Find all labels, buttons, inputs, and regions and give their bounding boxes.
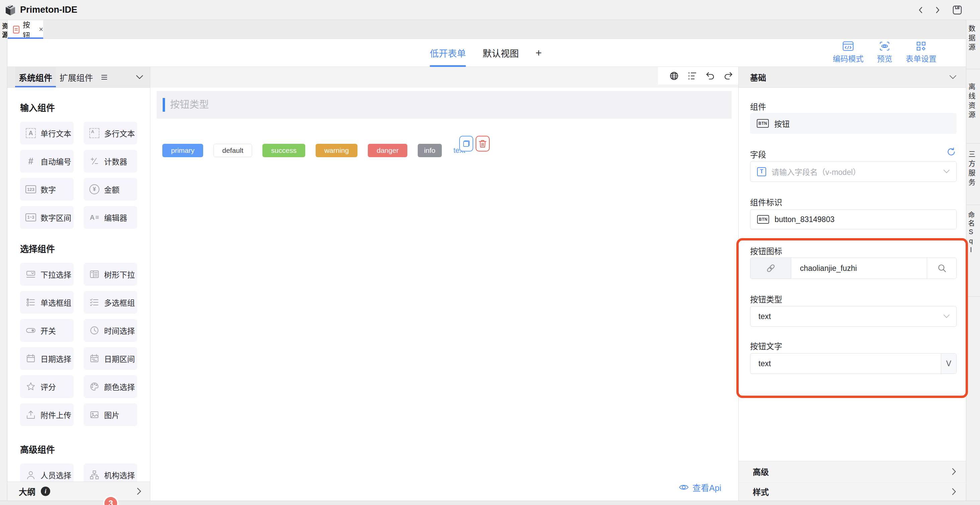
top-actions: 编码模式 预览 xyxy=(833,41,937,64)
component-value-box: BTN 按钮 xyxy=(750,113,956,134)
component-tile-tree-select[interactable]: 树形下拉 xyxy=(84,263,137,286)
component-tile-date-picker[interactable]: 日期选择 xyxy=(20,347,74,370)
rail-item-offline-resources[interactable]: 离线资源 xyxy=(966,83,980,121)
button-type-select[interactable]: text xyxy=(750,306,956,327)
panel-collapse-chevron-icon[interactable] xyxy=(135,75,144,80)
variable-suffix-button[interactable]: V xyxy=(941,354,956,373)
right-rail: 数据源 离线资源 三方服务 命名Sql xyxy=(966,20,980,505)
canvas-button-success[interactable]: success xyxy=(262,144,305,157)
button-icon-input[interactable] xyxy=(791,264,927,273)
component-tile-counter[interactable]: 计数器 xyxy=(84,150,137,173)
money-icon: ¥ xyxy=(89,184,100,194)
advanced-section-row[interactable]: 高级 xyxy=(739,461,966,481)
component-tile-checkbox-group[interactable]: 多选框组 xyxy=(84,291,137,314)
component-tile-date-range[interactable]: 日期区间 xyxy=(84,347,137,370)
doc-tab-button[interactable]: 按钮 × xyxy=(8,20,43,39)
component-tile-rate[interactable]: 评分 xyxy=(20,375,74,398)
component-tile-radio-group[interactable]: 单选框组 xyxy=(20,291,74,314)
refresh-icon[interactable] xyxy=(947,147,956,157)
component-tile-person-select[interactable]: 人员选择 xyxy=(20,464,74,481)
code-mode-button[interactable]: 编码模式 xyxy=(833,41,864,64)
component-tile-upload[interactable]: 附件上传 xyxy=(20,403,74,426)
component-tile-money[interactable]: ¥ 金额 xyxy=(84,178,137,201)
rail-item-data-source[interactable]: 数据源 xyxy=(966,25,980,53)
view-toolbar: 低开表单 默认视图 + 编码模式 xyxy=(7,39,966,67)
preview-icon xyxy=(879,41,890,51)
field-select[interactable]: T 请输入字段名（v-model） xyxy=(750,161,956,182)
icon-search-button[interactable] xyxy=(927,258,956,279)
component-id-input[interactable]: BTN button_83149803 xyxy=(750,210,956,229)
style-section-row[interactable]: 样式 xyxy=(739,482,966,501)
date-range-icon xyxy=(89,354,100,364)
component-tile-dropdown-select[interactable]: 下拉选择 xyxy=(20,263,74,286)
canvas-button-warning[interactable]: warning xyxy=(316,144,358,157)
tab-extended-components[interactable]: 扩展组件 xyxy=(56,67,97,87)
time-picker-icon xyxy=(89,326,100,335)
component-id-value: button_83149803 xyxy=(775,215,834,224)
component-tile-auto-number[interactable]: # 自动编号 xyxy=(20,150,74,173)
view-api-link[interactable]: 查看Api xyxy=(678,481,721,493)
view-tabs: 低开表单 默认视图 + xyxy=(430,39,542,67)
info-icon: i xyxy=(41,487,50,496)
tab-system-components[interactable]: 系统组件 xyxy=(15,67,56,87)
link-chain-icon[interactable] xyxy=(750,258,791,279)
component-value: 按钮 xyxy=(774,118,789,129)
rail-item-third-party-services[interactable]: 三方服务 xyxy=(966,151,980,188)
select-components-grid: 下拉选择 树形下拉 xyxy=(20,263,150,426)
canvas-button-info[interactable]: info xyxy=(418,144,442,157)
form-settings-button[interactable]: 表单设置 xyxy=(906,41,937,64)
component-id-label: 组件标识 xyxy=(750,196,782,208)
outline-tree-icon[interactable] xyxy=(687,71,697,81)
canvas-button-danger[interactable]: danger xyxy=(368,144,407,157)
component-panel: 输入组件 A 单行文本 A 多行文本 # 自动编号 xyxy=(7,87,150,481)
preview-button[interactable]: 预览 xyxy=(877,41,892,64)
outline-bar[interactable]: 大纲 i xyxy=(7,481,150,501)
tab-close-icon[interactable]: × xyxy=(39,25,43,34)
i18n-globe-icon[interactable] xyxy=(670,71,679,81)
tab-default-view[interactable]: 默认视图 xyxy=(483,39,519,67)
org-select-icon xyxy=(89,470,100,480)
collapse-chevron-down-icon[interactable] xyxy=(948,75,957,80)
canvas-button-primary[interactable]: primary xyxy=(162,144,203,157)
form-title-bar[interactable]: 按钮类型 xyxy=(157,91,732,119)
outline-label: 大纲 xyxy=(19,485,35,497)
component-tile-image[interactable]: 图片 xyxy=(84,403,137,426)
component-tile-editor[interactable]: A≡ 编辑器 xyxy=(84,206,137,229)
multi-line-text-icon: A xyxy=(89,128,100,138)
style-chevron-right-icon xyxy=(951,488,956,495)
delete-component-button[interactable] xyxy=(476,136,490,151)
form-settings-icon xyxy=(916,41,926,51)
component-tile-time-picker[interactable]: 时间选择 xyxy=(84,319,137,342)
app-title: Primeton-IDE xyxy=(20,5,77,15)
canvas-button-default[interactable]: default xyxy=(213,144,252,157)
redo-icon[interactable] xyxy=(724,71,733,81)
save-icon[interactable] xyxy=(952,5,963,15)
number-range-icon: 1~3 xyxy=(25,213,36,221)
inspector-header[interactable]: 基础 xyxy=(739,67,966,87)
component-tile-number-range[interactable]: 1~3 数字区间 xyxy=(20,206,74,229)
nav-back-icon[interactable] xyxy=(916,5,925,15)
add-view-button[interactable]: + xyxy=(536,39,542,67)
component-tile-number[interactable]: 123 数字 xyxy=(20,178,74,201)
radio-group-icon xyxy=(25,297,36,307)
advanced-components-grid: 人员选择 机构选择 xyxy=(20,464,150,481)
component-panel-header: 系统组件 扩展组件 xyxy=(7,67,150,87)
tab-low-code-form[interactable]: 低开表单 xyxy=(430,39,466,67)
component-tile-color-picker[interactable]: 颜色选择 xyxy=(84,375,137,398)
number-icon: 123 xyxy=(25,185,36,193)
panel-menu-icon[interactable] xyxy=(102,75,107,79)
rate-star-icon xyxy=(25,381,36,392)
outline-chevron-right-icon[interactable] xyxy=(137,487,142,495)
copy-component-button[interactable] xyxy=(459,136,473,151)
button-text-input[interactable] xyxy=(750,359,941,368)
undo-icon[interactable] xyxy=(706,71,715,81)
nav-forward-icon[interactable] xyxy=(933,5,942,15)
button-icon-label: 按钮图标 xyxy=(750,245,782,257)
component-tile-switch[interactable]: 开关 xyxy=(20,319,74,342)
rail-item-named-sql[interactable]: 命名Sql xyxy=(966,211,980,255)
copy-icon xyxy=(463,140,469,147)
image-icon xyxy=(89,410,100,420)
component-tile-org-select[interactable]: 机构选择 xyxy=(84,464,137,481)
component-tile-multi-line-text[interactable]: A 多行文本 xyxy=(84,122,137,145)
component-tile-single-line-text[interactable]: A 单行文本 xyxy=(20,122,74,145)
